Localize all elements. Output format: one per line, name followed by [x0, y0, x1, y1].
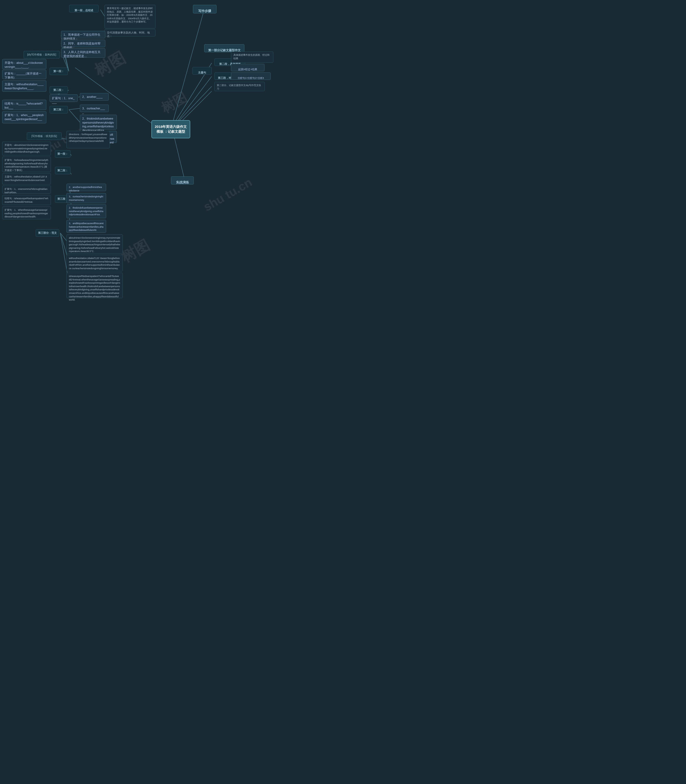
mind-map: 树图 shu tu.cn 树图 shu tu.cn 树图 — [0, 0, 274, 314]
conclusion-fill: 结尾句：isheasuspeRtedsanspatient?whocantell… — [2, 195, 51, 205]
another-node: 2、another____ — [80, 93, 109, 101]
svg-line-15 — [69, 110, 80, 123]
watermark-5: 树图 — [118, 235, 153, 267]
sub1: 1、简单描述一下这位同学生病的情况： — [61, 31, 105, 38]
template-fill: [写作模板：填充阶段] — [27, 133, 62, 140]
writing-task-desc: 要求考生写一篇记叙文，描述事件发生的时间地点、原因、人物及结果，最后对想件进行简… — [105, 5, 155, 28]
main-title: 2018年英语六级作文模板 ：记叙文题型 — [152, 120, 190, 138]
expand-formula: 起因+经过+结果 — [231, 64, 265, 71]
watermark-4: shu tu.cn — [201, 175, 254, 214]
topic-sent1: 主题句：withouthesitation____itwasn'tlongbef… — [2, 80, 46, 92]
para1-summary: 第一段，总结述 — [69, 5, 99, 12]
ourteacher-node: 3、ourteacher____ — [80, 105, 109, 112]
opening-fill: 开题句：aboutnineo'clockoneeveninginmay,myro… — [2, 142, 51, 155]
svg-line-1 — [173, 77, 212, 128]
expand-sent3: 扩展句：1、when___peopleshowed___spintregardl… — [2, 111, 46, 123]
sample-para3: isheasuspeRtedsanspatient?whocantell?but… — [67, 273, 123, 298]
clarify-characters: 交代清楚故事涉及的人物、时间、地点： — [105, 29, 155, 36]
opening-sent: 开题句：about___o'clockoneeveningin____,____… — [2, 59, 46, 69]
para1-fill-label: 第一段： — [55, 150, 70, 158]
sub3: 3、人和人之间的这种相互关爱使我的感受是… — [61, 48, 105, 58]
watermark-3: 树图 — [158, 88, 190, 117]
thiskind-node1: 2、thiskindofcarebetweenpersonsistheveryk… — [80, 115, 117, 129]
analysis-formula: 分析句1+分析句2+分析3 — [231, 72, 271, 80]
expand-sent1: 扩展句：______(展开描述一下事件) — [2, 70, 46, 79]
directions-box: directions：forthispart,youareallowedthir… — [67, 131, 110, 148]
svg-line-5 — [173, 131, 185, 181]
expand-fill3: 扩展句：1、whenthesavageSarswasspreading,peop… — [2, 206, 51, 219]
para2-label: 第二段： — [50, 86, 68, 94]
part1-title: 第一部分记叙文题型作文 — [204, 44, 244, 52]
sample-para2: withouthesitation,Idialed'120'.Itwasn'tl… — [67, 255, 123, 271]
svg-line-14 — [69, 108, 80, 110]
ourteacher-fill: 3、ourteacherisinstedongivinghimsomemoney… — [67, 193, 106, 203]
practice-section: 实战演练 — [171, 177, 194, 185]
andjust-fill: 3、anditisjustbecauseofthiscarethatwecanh… — [67, 220, 106, 233]
part2-practice: 第二部分、记叙文题型作文diy写作范文练习 — [214, 82, 265, 91]
thiskind-fill: 2、thiskindofcarebetweenpersonsistheveryk… — [67, 204, 106, 218]
writing-steps-node: 写作步骤 — [193, 5, 217, 13]
sample-para1: aboutnineo'clockoneeveninginmay,myroomma… — [67, 234, 123, 254]
svg-line-4 — [173, 11, 204, 122]
conclusion-sent: 结尾句：is_____?whocantell?but___ — [2, 100, 46, 110]
para3-label: 第三段： — [50, 106, 68, 113]
sub2: 2、同学、老师和我是如何帮助他的： — [61, 40, 105, 47]
detail-expand: 具体描述事件发生的原因、经过和结果 — [231, 51, 273, 63]
diy-template: [diy写作模板：架构的段] — [24, 51, 60, 59]
para3-sample: 第三部分：范文 — [36, 229, 59, 237]
expand-fill1: 扩展句：hisheadwasachingsoIntenselythathekep… — [2, 157, 51, 172]
another-supported: 2、anothersupportedhimintheambulance — [67, 184, 106, 191]
para1-label: 第一段： — [50, 67, 68, 75]
para2-fill-label: 第二段： — [55, 167, 70, 174]
topic-fill: 主题句：withouthesitation,Idialed'120'.Itwas… — [2, 173, 51, 185]
expand-sent2: 扩展句：1、one____ — [50, 94, 78, 102]
expand-fill2: 扩展句：1、oneroommaTebroughtablanketFoRhim. — [2, 185, 51, 193]
svg-line-10 — [100, 10, 105, 16]
theme-sentence: 主题句 — [193, 67, 212, 75]
